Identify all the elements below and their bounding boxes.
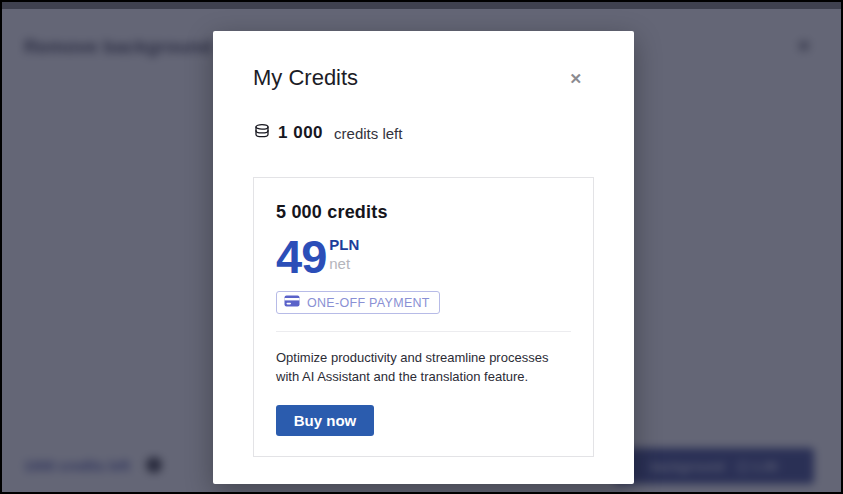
payment-type-badge: ONE-OFF PAYMENT (276, 291, 440, 314)
offer-description: Optimize productivity and streamline pro… (276, 349, 571, 386)
modal-header: My Credits ✕ (253, 65, 594, 91)
credit-offer-card: 5 000 credits 49 PLN net ONE-OFF PAYMENT (253, 177, 594, 457)
card-divider (276, 331, 571, 332)
credit-card-icon (284, 295, 300, 310)
offer-credits-title: 5 000 credits (276, 202, 388, 223)
buy-now-button[interactable]: Buy now (276, 405, 374, 436)
my-credits-modal: My Credits ✕ 1 000 credits left 5 000 cr… (213, 31, 634, 484)
balance-label: credits left (334, 125, 402, 142)
credits-balance: 1 000 credits left (253, 122, 594, 144)
price-currency: PLN (329, 236, 359, 255)
top-edge-shade (2, 2, 841, 9)
price-value: 49 (276, 235, 326, 278)
close-icon[interactable]: ✕ (567, 69, 594, 88)
modal-title: My Credits (253, 65, 358, 91)
price-net-label: net (329, 255, 359, 274)
price-side: PLN net (329, 236, 359, 274)
coins-stack-icon (253, 122, 278, 144)
offer-price: 49 PLN net (276, 235, 359, 278)
payment-type-badge-label: ONE-OFF PAYMENT (307, 296, 430, 310)
balance-amount: 1 000 (278, 123, 323, 143)
app-window: Remove background ✕ 1000 credits left ba… (0, 0, 843, 494)
